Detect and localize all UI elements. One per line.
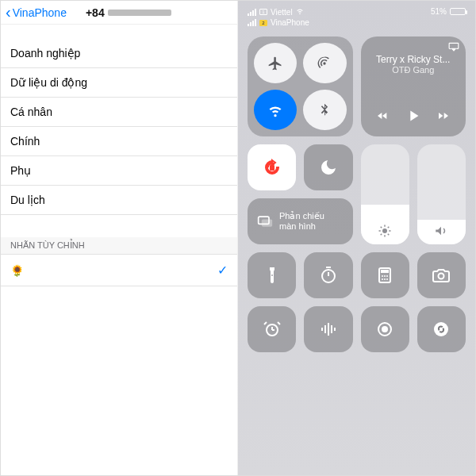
custom-label-emoji: 🌻 <box>10 264 24 277</box>
svg-rect-11 <box>262 220 272 227</box>
label-option[interactable]: Cá nhân <box>1 98 237 127</box>
shazam-icon <box>432 320 451 339</box>
do-not-disturb-toggle[interactable] <box>304 144 352 190</box>
alarm-button[interactable] <box>248 306 296 352</box>
media-play-button[interactable] <box>405 107 422 127</box>
label-option[interactable]: Chính <box>1 127 237 156</box>
svg-line-9 <box>388 227 390 228</box>
svg-point-1 <box>382 228 387 233</box>
brightness-icon <box>378 224 392 238</box>
orientation-lock-icon <box>263 158 282 177</box>
timer-button[interactable] <box>304 252 352 298</box>
label-option[interactable]: Doanh nghiệp <box>1 39 237 68</box>
carrier1-label: Viettel <box>271 8 293 17</box>
calculator-icon <box>375 266 394 285</box>
play-icon <box>405 107 422 125</box>
sim2-row: 2 VinaPhone <box>248 18 309 27</box>
svg-point-18 <box>384 275 386 277</box>
checkmark-icon: ✓ <box>217 263 228 278</box>
bluetooth-toggle[interactable] <box>303 90 346 130</box>
label-list: Doanh nghiệp Dữ liệu di động Cá nhân Chí… <box>1 39 237 215</box>
control-center: 1 Viettel 2 VinaPhone 51% <box>238 1 475 475</box>
airplane-icon <box>267 56 283 71</box>
next-icon <box>437 109 450 122</box>
sim1-badge-icon: 1 <box>259 9 267 15</box>
alarm-clock-icon <box>263 320 282 339</box>
svg-rect-0 <box>270 165 274 171</box>
camera-button[interactable] <box>417 252 466 298</box>
svg-line-6 <box>381 227 382 228</box>
media-song: Terry x Ricky St... <box>369 54 459 65</box>
svg-point-22 <box>386 278 388 280</box>
svg-point-17 <box>382 275 383 277</box>
camera-icon <box>432 266 451 285</box>
screen-mirroring-button[interactable]: Phản chiếu màn hình <box>248 198 353 244</box>
flashlight-icon <box>263 266 282 285</box>
carrier2-label: VinaPhone <box>271 18 309 27</box>
screen-record-button[interactable] <box>361 306 409 352</box>
calculator-button[interactable] <box>361 252 409 298</box>
phone-prefix: +84 <box>86 6 105 19</box>
back-label[interactable]: VinaPhone <box>13 6 67 19</box>
svg-point-20 <box>382 278 383 280</box>
svg-point-21 <box>384 278 386 280</box>
custom-label-row[interactable]: 🌻 ✓ <box>1 254 237 286</box>
do-not-disturb-icon <box>319 158 338 177</box>
media-next-button[interactable] <box>437 109 450 125</box>
svg-point-35 <box>382 326 388 332</box>
svg-line-27 <box>264 322 267 324</box>
flashlight-button[interactable] <box>248 252 296 298</box>
phone-number: +84 <box>86 6 171 19</box>
media-artist: OTĐ Gang <box>369 65 459 75</box>
label-option[interactable]: Dữ liệu di động <box>1 68 237 98</box>
sim1-row: 1 Viettel <box>248 7 309 17</box>
screen-mirroring-icon <box>257 213 273 229</box>
cc-grid: Terry x Ricky St... OTĐ Gang <box>238 29 475 360</box>
cellular-data-toggle[interactable] <box>303 43 346 83</box>
media-module[interactable]: Terry x Ricky St... OTĐ Gang <box>361 36 466 136</box>
voice-memo-button[interactable] <box>304 306 352 352</box>
nav-bar: ‹ VinaPhone +84 <box>1 1 237 25</box>
signal-bars-icon <box>248 19 256 26</box>
screen-record-icon <box>375 320 394 339</box>
sim2-badge-icon: 2 <box>259 20 267 26</box>
battery-icon <box>450 8 466 15</box>
voice-memo-icon <box>319 320 338 339</box>
airplay-button[interactable] <box>448 41 459 55</box>
connectivity-module <box>248 36 353 136</box>
shazam-button[interactable] <box>417 306 466 352</box>
battery-pct: 51% <box>431 7 447 16</box>
cellular-antenna-icon <box>317 56 332 71</box>
svg-point-23 <box>439 274 444 279</box>
label-option[interactable]: Du lịch <box>1 186 237 215</box>
settings-label-screen: ‹ VinaPhone +84 Doanh nghiệp Dữ liệu di … <box>1 1 238 475</box>
svg-rect-16 <box>381 270 389 273</box>
custom-label-section-header: NHÃN TÙY CHỈNH <box>1 237 237 254</box>
screen-mirroring-label: Phản chiếu màn hình <box>279 211 344 231</box>
status-left: 1 Viettel 2 VinaPhone <box>248 7 309 27</box>
signal-bars-icon <box>248 9 256 16</box>
wifi-mini-icon <box>296 7 304 17</box>
svg-point-36 <box>434 322 448 336</box>
wifi-toggle[interactable] <box>254 90 297 130</box>
label-option[interactable]: Phụ <box>1 156 237 186</box>
back-chevron-icon[interactable]: ‹ <box>6 3 11 21</box>
brightness-slider[interactable] <box>361 144 409 244</box>
svg-line-28 <box>278 322 280 324</box>
orientation-lock-toggle[interactable] <box>248 144 296 190</box>
airplane-mode-toggle[interactable] <box>254 43 297 83</box>
status-bar: 1 Viettel 2 VinaPhone 51% <box>238 1 475 29</box>
wifi-icon <box>267 102 283 118</box>
timer-icon <box>319 266 338 285</box>
phone-masked <box>108 10 171 16</box>
volume-icon <box>434 224 448 238</box>
airplay-icon <box>448 41 459 52</box>
bluetooth-icon <box>317 102 332 118</box>
svg-line-8 <box>381 234 382 236</box>
svg-line-7 <box>388 234 390 236</box>
media-controls <box>369 107 459 127</box>
media-prev-button[interactable] <box>376 109 389 125</box>
status-right: 51% <box>431 7 466 16</box>
volume-slider[interactable] <box>417 144 466 244</box>
media-titles: Terry x Ricky St... OTĐ Gang <box>369 54 459 75</box>
